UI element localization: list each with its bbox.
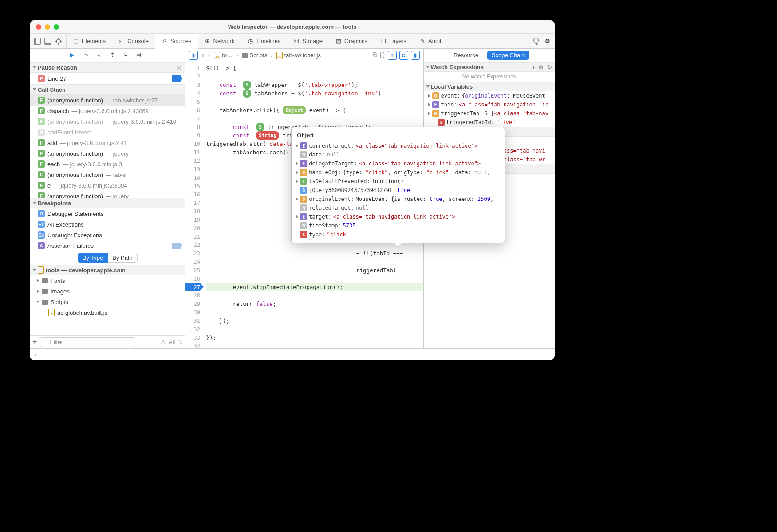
popover-property[interactable]: Etarget: <a class="tab-navigation-link a…: [292, 212, 505, 221]
type-badge-t-icon[interactable]: T: [388, 51, 397, 60]
nav-forward-icon[interactable]: ›: [208, 51, 210, 60]
tab-sources[interactable]: ⎘Sources: [155, 34, 198, 49]
call-stack-frame[interactable]: F(anonymous function) — jquery: [30, 148, 185, 159]
call-stack-frame[interactable]: F(anonymous function) — jquery: [30, 191, 185, 198]
gutter-line[interactable]: 20: [185, 224, 200, 232]
tab-timelines[interactable]: ◷Timelines: [241, 34, 287, 48]
search-icon[interactable]: [533, 38, 540, 45]
gutter-line[interactable]: 34: [185, 342, 200, 348]
call-stack-frame[interactable]: Fe — jquery-3.6.0.min.js:2:3004: [30, 180, 185, 191]
breakpoint-item[interactable]: ExUncaught Exceptions: [30, 230, 185, 240]
popover-property[interactable]: FisDefaultPrevented: function(): [292, 177, 505, 186]
filter-all-button[interactable]: All: [169, 339, 175, 345]
gutter-line[interactable]: 22: [185, 241, 200, 249]
step-icon[interactable]: ↳: [123, 51, 131, 59]
gutter-line[interactable]: 18: [185, 207, 200, 215]
close-icon[interactable]: [36, 24, 41, 30]
scope-variable[interactable]: OtriggeredTab: S [<a class="tab-nav: [424, 109, 555, 118]
tab-audit[interactable]: ✎Audit: [413, 34, 448, 48]
popover-property[interactable]: EdelegateTarget: <a class="tab-navigatio…: [292, 159, 505, 168]
dock-bottom-icon[interactable]: [44, 37, 52, 45]
filter-input[interactable]: [40, 337, 135, 347]
chevron-updown-icon[interactable]: ⇅: [177, 339, 182, 345]
tab-layers[interactable]: ❐Layers: [374, 34, 413, 48]
gutter-line[interactable]: 7: [185, 114, 200, 123]
popover-property[interactable]: OoriginalEvent: MouseEvent {isTrusted: t…: [292, 195, 505, 203]
code-line[interactable]: tabAnchors.click(( Object event) => {: [206, 106, 423, 114]
popover-property[interactable]: Stype: "click": [292, 230, 505, 239]
gutter-line[interactable]: 29: [185, 300, 200, 308]
minimize-icon[interactable]: [45, 24, 50, 30]
coverage-badge-icon[interactable]: C: [399, 51, 408, 60]
tab-elements[interactable]: ⬚Elements: [67, 34, 112, 48]
left-pane-toggle-icon[interactable]: ▮: [189, 51, 198, 60]
gutter-line[interactable]: 11: [185, 148, 200, 156]
add-icon[interactable]: +: [32, 337, 37, 347]
gutter-line[interactable]: 30: [185, 308, 200, 317]
gutter-line[interactable]: 10: [185, 140, 200, 148]
code-line[interactable]: [206, 274, 423, 283]
gutter-line[interactable]: 6: [185, 106, 200, 114]
crumb-folder[interactable]: Scripts: [242, 52, 268, 59]
code-line[interactable]: [206, 258, 423, 266]
gutter-line[interactable]: 1: [185, 64, 200, 72]
local-vars-header[interactable]: Local Variables: [424, 82, 555, 91]
code-line[interactable]: riggeredTab);: [206, 266, 423, 274]
call-stack-header[interactable]: Call Stack: [30, 84, 185, 95]
add-watch-icon[interactable]: +: [532, 64, 535, 70]
gutter-line[interactable]: 31: [185, 317, 200, 325]
call-stack-frame[interactable]: Fdispatch — jquery-3.6.0.min.js:2:43069: [30, 106, 185, 116]
tab-console[interactable]: ›_Console: [112, 34, 155, 48]
code-line[interactable]: [206, 342, 423, 348]
code-line[interactable]: [206, 308, 423, 317]
popover-property[interactable]: BjQuery36008924375739412791: true: [292, 186, 505, 195]
code-line[interactable]: [206, 72, 423, 81]
nav-back-icon[interactable]: ‹: [201, 51, 204, 60]
gutter-line[interactable]: 21: [185, 232, 200, 241]
tree-folder[interactable]: Images: [30, 286, 185, 297]
element-picker-icon[interactable]: [55, 37, 63, 45]
gutter-line[interactable]: 12: [185, 156, 200, 165]
code-line[interactable]: return false;: [206, 300, 423, 308]
breakpoint-item[interactable]: AAssertion Failures: [30, 240, 185, 251]
gutter-line[interactable]: 25: [185, 266, 200, 274]
zoom-icon[interactable]: [54, 24, 59, 30]
gutter-line[interactable]: 14: [185, 173, 200, 182]
line-gutter[interactable]: 1234567891011121314151617181920212223242…: [185, 62, 203, 348]
gutter-line[interactable]: 4: [185, 89, 200, 98]
tree-file[interactable]: JSac-globalnav.built.js: [30, 307, 185, 318]
deactivate-icon[interactable]: ⇉: [137, 51, 145, 59]
code-line[interactable]: });: [206, 317, 423, 325]
resource-tab[interactable]: Resource: [449, 51, 483, 60]
call-stack-frame[interactable]: F(anonymous function) — jquery-3.6.0.min…: [30, 116, 185, 127]
gutter-line[interactable]: 17: [185, 199, 200, 207]
gutter-line[interactable]: 23: [185, 249, 200, 258]
popover-property[interactable]: NrelatedTarget: null: [292, 203, 505, 212]
scope-variable[interactable]: StriggeredTabId: "five": [424, 118, 555, 127]
tree-folder[interactable]: Scripts: [30, 297, 185, 307]
breakpoint-item[interactable]: DDebugger Statements: [30, 208, 185, 219]
pause-reason-row[interactable]: P Line 27: [30, 73, 185, 84]
code-line[interactable]: const S tabAnchors = $('.tab-navigation-…: [206, 89, 423, 98]
step-over-icon[interactable]: ⤼: [83, 51, 91, 59]
gutter-line[interactable]: 28: [185, 291, 200, 300]
code-line[interactable]: [206, 291, 423, 300]
scope-variable[interactable]: Oevent: {originalEvent: MouseEvent: [424, 91, 555, 100]
crumb-root[interactable]: JSto…: [214, 52, 233, 59]
refresh-watch-icon[interactable]: ↻: [547, 64, 552, 70]
gutter-line[interactable]: 27: [185, 283, 200, 291]
code-line[interactable]: event.stopImmediatePropagation();: [206, 283, 423, 291]
warning-icon[interactable]: ⚠: [161, 339, 166, 345]
code-line[interactable]: [206, 325, 423, 333]
scope-variable[interactable]: Ethis: <a class="tab-navigation-lin: [424, 100, 555, 109]
watch-header[interactable]: Watch Expressions + ⊘ ↻: [424, 62, 555, 72]
crumb-file[interactable]: JStab-switcher.js: [276, 52, 321, 59]
gutter-line[interactable]: 5: [185, 98, 200, 106]
clear-watch-icon[interactable]: ⊘: [539, 64, 544, 70]
call-stack-frame[interactable]: F(anonymous function) — tab-s: [30, 169, 185, 180]
gutter-line[interactable]: 33: [185, 333, 200, 342]
popover-property[interactable]: NtimeStamp: 5735: [292, 221, 505, 230]
code-line[interactable]: const S tabWrapper = $('.tab-wrapper');: [206, 81, 423, 89]
console-prompt-bar[interactable]: ›: [30, 348, 555, 360]
by-path-button[interactable]: By Path: [108, 253, 138, 263]
